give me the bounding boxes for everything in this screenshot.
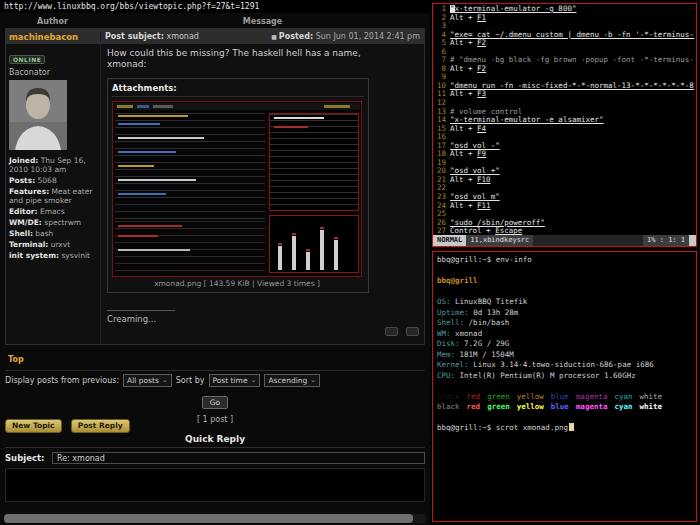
detail-value: 5068 [38,176,57,185]
xbindkeys-editor-window: 1"x-terminal-emulator -g 800"2Alt + F134… [432,3,697,247]
detail-label: Shell: [9,229,33,238]
subject-field-label: Subject: [5,453,47,463]
shell-prompt: bbq@grill:~$ [437,255,491,264]
new-topic-button[interactable]: New Topic [5,419,62,433]
message-column-header: Message [100,17,425,26]
detail-label: Features: [9,187,49,196]
top-row: Top [5,345,425,368]
editor-line: 18Alt + F9 [435,150,694,159]
sort-select[interactable]: Post time⌄ [209,374,261,387]
go-button[interactable]: Go [202,396,228,409]
order-select-value: Ascending [268,376,307,385]
avatar [9,80,67,150]
vim-statusline: NORMAL 11,xbindkeysrc 1% : 1: 1 [433,235,696,246]
key-name: F4 [477,125,486,133]
color-swatch-magenta: magenta [576,402,608,411]
editor-line: 12 [435,99,694,108]
attachment-caption: xmonad.png [ 143.59 KiB | Viewed 3 times… [112,279,362,288]
editor-line: 27Control + Escape [435,227,694,235]
author-detail: Shell: bash [9,229,97,238]
pm-icon[interactable] [406,327,419,336]
order-select[interactable]: Ascending⌄ [264,374,320,387]
post-subject: Post subject: xmonad [105,32,199,41]
info-value: LinuxBBQ Titefik [455,297,527,306]
display-select[interactable]: All posts⌄ [123,374,172,387]
author-detail: Features: Meat eater and pipe smoker [9,187,97,205]
palette-row-bright: blackredgreenyellowbluemagentacyanwhite [437,402,692,413]
editor-line: 8Alt + F2 [435,65,694,74]
thumb-filelist-pane [115,113,265,219]
info-value: /bin/bash [469,318,510,327]
key-name: Escape [495,227,522,235]
line-text: "sudo /sbin/poweroff" [450,219,545,227]
palette-row-normal: blackredgreenyellowbluemagentacyanwhite [437,392,692,403]
line-number: 14 [435,116,446,125]
posted-label: Posted: [279,32,313,41]
url-bar[interactable]: http://www.linuxbbq.org/bbs/viewtopic.ph… [0,0,430,13]
message-textarea[interactable] [5,468,425,502]
terminal-window[interactable]: bbq@grill:~$ env-info bbq@grill OS: Linu… [432,251,697,522]
line-number: 13 [435,108,446,117]
color-swatch-cyan: cyan [614,392,632,401]
table-header: Author Message [5,15,425,28]
line-number: 19 [435,159,446,168]
editor-line: 25 [435,210,694,219]
editor-lines: 1"x-terminal-emulator -g 800"2Alt + F134… [433,4,696,235]
profile-icon[interactable] [385,327,398,336]
editor-line: 14"x-terminal-emulator -e alsamixer" [435,116,694,125]
editor-line: 17"osd_vol -" [435,142,694,151]
detail-value: spectrwm [44,218,81,227]
line-text: Alt + F9 [450,150,486,158]
key-name: F11 [477,202,491,210]
statusline-filename: 11,xbindkeysrc [466,235,533,246]
info-value: 181M / 1504M [460,350,514,359]
system-info: OS: LinuxBBQ TitefikUptime: 0d 13h 28mSh… [437,297,692,381]
info-line: Kernel: Linux 3.14-4.towo-siduction-686-… [437,360,692,371]
statusline-end-block [689,235,696,246]
username-link[interactable]: machinebacon [9,32,78,42]
line-text: Alt + F3 [450,90,486,98]
editor-line: 23"osd_vol m" [435,193,694,202]
display-label: Display posts from previous: [5,376,119,385]
line-number: 15 [435,125,446,134]
color-swatch-blue: blue [551,392,569,401]
editor-line: 21Alt + F10 [435,176,694,185]
line-number: 12 [435,99,446,108]
horizontal-scrollbar[interactable] [4,514,426,523]
info-value: 0d 13h 28m [473,308,518,317]
info-value: Linux 3.14-4.towo-siduction-686-pae i686 [473,360,654,369]
sort-select-value: Post time [213,376,248,385]
display-controls: Display posts from previous: All posts⌄ … [5,374,425,387]
subject-input[interactable]: Re: xmonad [52,452,425,464]
detail-label: WM/DE: [9,218,42,227]
attachments-label: Attachments: [112,83,364,97]
editor-line: 19 [435,159,694,168]
author-details: Joined: Thu Sep 16, 2010 10:03 amPosts: … [9,156,97,260]
subject-input-value: Re: xmonad [57,454,105,463]
post-table: machinebacon Post subject: xmonad ■Poste… [5,28,425,345]
attachment-thumbnail[interactable] [112,101,362,277]
line-number: 1 [435,5,446,14]
online-badge: ONLINE [9,55,45,64]
author-detail: init system: sysvinit [9,251,97,260]
top-link[interactable]: Top [8,355,24,364]
line-number: 16 [435,133,446,142]
thumb-text-pane [115,221,265,273]
key-name: F9 [477,150,486,158]
key-name: F1 [477,14,486,22]
color-swatch-white: white [640,402,663,411]
line-number: 10 [435,82,446,91]
command-scrot: scrot xmonad.png [496,423,568,432]
line-text: "osd_vol +" [450,167,500,175]
key-name: F10 [477,176,491,184]
info-value: 7.2G / 29G [464,339,509,348]
post-reply-button[interactable]: Post Reply [71,419,130,433]
info-line: Shell: /bin/bash [437,318,692,329]
color-swatch-cyan: cyan [614,402,632,411]
scrollbar-thumb[interactable] [4,514,413,523]
detail-label: init system: [9,251,59,260]
line-number: 2 [435,14,446,23]
user-rank: Baconator [9,68,97,77]
line-number: 22 [435,184,446,193]
info-value: Intel(R) Pentium(R) M processor 1.60GHz [460,371,636,380]
